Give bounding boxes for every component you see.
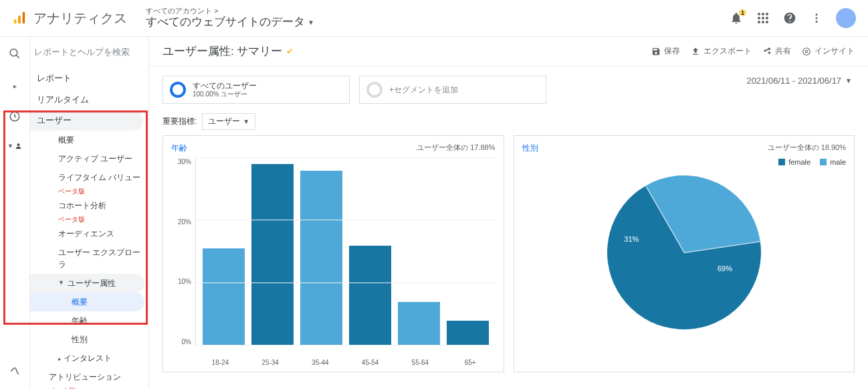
nav-demographics-overview[interactable]: 概要 (30, 293, 144, 311)
pie-chart: 31% 69% (579, 147, 789, 358)
svg-point-10 (762, 21, 764, 23)
svg-point-18 (17, 143, 20, 146)
metric-label: 重要指標: (162, 116, 197, 127)
more-vert-icon[interactable] (809, 11, 824, 25)
svg-rect-0 (14, 19, 17, 23)
export-button[interactable]: エクスポート (691, 46, 752, 57)
nav-overview[interactable]: 概要 (30, 131, 148, 149)
clock-icon[interactable] (7, 109, 22, 124)
insight-button[interactable]: インサイト (802, 46, 855, 57)
beta-label: ベータ版 (30, 215, 148, 224)
brand-name: アナリティクス (33, 9, 127, 27)
icon-rail: ▸ ▼ (0, 37, 30, 389)
user-icon[interactable]: ▼ (7, 139, 22, 153)
card-subtitle: ユーザー全体の 18.90% (768, 143, 846, 154)
nav-ltv[interactable]: ライフタイム バリュー (30, 168, 148, 187)
bar-55-64[interactable] (398, 302, 440, 345)
metric-selector[interactable]: ユーザー ▼ (202, 113, 255, 130)
bar-chart-plot (195, 158, 496, 345)
bar-18-24[interactable] (203, 248, 245, 345)
attribution-icon[interactable] (7, 364, 22, 378)
page-title: ユーザー属性: サマリー ✔ (162, 44, 294, 59)
beta-label: ベータ版 (30, 187, 148, 196)
help-icon[interactable] (782, 11, 797, 25)
sidebar-nav: レポートとヘルプを検索 レポート リアルタイム ユーザー 概要 アクティブ ユー… (30, 37, 149, 389)
chevron-right-icon[interactable]: ▸ (7, 78, 22, 93)
bar-35-44[interactable] (300, 171, 342, 345)
svg-point-11 (766, 21, 768, 23)
notification-badge: 1 (739, 9, 746, 16)
chevron-down-icon: ▼ (845, 77, 852, 84)
verified-badge-icon: ✔ (286, 46, 294, 56)
svg-rect-2 (23, 12, 25, 23)
svg-point-14 (816, 21, 818, 23)
brand-logo[interactable]: アナリティクス (12, 9, 127, 27)
chart-x-axis: 18-2425-3435-4445-5455-6465+ (171, 359, 496, 366)
app-header: アナリティクス すべてのアカウント > すべてのウェブサイトのデータ ▼ 1 (0, 0, 868, 37)
svg-rect-1 (18, 15, 21, 23)
account-selector[interactable]: すべてのアカウント > すべてのウェブサイトのデータ ▼ (146, 7, 314, 29)
svg-point-19 (803, 48, 810, 55)
svg-point-15 (10, 49, 17, 56)
chevron-right-icon: ▸ (58, 356, 62, 362)
segment-add-label: +セグメントを追加 (389, 85, 458, 94)
nav-interest[interactable]: ▸ インタレスト (30, 349, 148, 368)
nav-audience[interactable]: オーディエンス (30, 224, 148, 243)
gender-card: 性別 ユーザー全体の 18.90% female male 31% 69% (514, 135, 855, 372)
segment-circle-icon (170, 82, 186, 98)
account-breadcrumb: すべてのアカウント > (146, 7, 314, 15)
svg-point-8 (766, 17, 768, 19)
date-range-picker[interactable]: 2021/06/11 - 2021/06/17 ▼ (746, 76, 855, 86)
nav-attribution[interactable]: アトリビューション (30, 368, 148, 386)
bar-65+[interactable] (447, 321, 489, 345)
analytics-logo-icon (12, 11, 27, 25)
card-title[interactable]: 年齢 (171, 143, 187, 154)
segment-circle-icon (366, 82, 383, 98)
share-button[interactable]: 共有 (762, 46, 791, 57)
svg-point-13 (816, 17, 818, 19)
nav-user-section[interactable]: ユーザー (30, 110, 143, 131)
svg-point-6 (758, 17, 760, 19)
svg-point-20 (805, 50, 808, 53)
segment-label: すべてのユーザー (193, 81, 257, 90)
nav-demographics[interactable]: ▼ユーザー属性 (30, 274, 144, 293)
legend-swatch-icon (820, 159, 827, 165)
notifications-icon[interactable]: 1 (729, 11, 744, 25)
apps-grid-icon[interactable] (756, 11, 770, 25)
segment-sublabel: 100.00% ユーザー (193, 90, 257, 98)
property-name: すべてのウェブサイトのデータ (146, 15, 305, 29)
svg-line-16 (16, 55, 19, 58)
svg-point-12 (816, 13, 818, 15)
svg-point-9 (758, 21, 760, 23)
pie-label-male: 31% (624, 235, 639, 243)
bar-45-54[interactable] (349, 246, 391, 345)
nav-gender[interactable]: 性別 (30, 330, 148, 349)
pie-label-female: 69% (718, 264, 732, 273)
segment-all-users[interactable]: すべてのユーザー 100.00% ユーザー (162, 76, 350, 104)
nav-realtime[interactable]: リアルタイム (30, 89, 148, 110)
nav-cohort[interactable]: コホート分析 (30, 196, 148, 215)
legend-swatch-icon (778, 159, 785, 165)
card-subtitle: ユーザー全体の 17.88% (417, 143, 495, 154)
pie-legend: female male (778, 158, 846, 166)
save-button[interactable]: 保存 (651, 46, 680, 57)
main-content: ユーザー属性: サマリー ✔ 保存 エクスポート 共有 インサイト すべてのユー… (149, 37, 868, 389)
segment-add[interactable]: +セグメントを追加 (359, 76, 546, 104)
nav-age[interactable]: 年齢 (30, 311, 148, 330)
chevron-down-icon: ▼ (243, 118, 249, 125)
nav-user-explorer[interactable]: ユーザー エクスプローラ (30, 243, 148, 274)
chevron-down-icon: ▼ (58, 279, 64, 288)
nav-reports[interactable]: レポート (30, 68, 148, 89)
user-avatar[interactable] (836, 8, 856, 28)
search-icon[interactable] (7, 46, 22, 61)
beta-label: ベータ版 (30, 386, 148, 389)
search-placeholder[interactable]: レポートとヘルプを検索 (30, 37, 148, 68)
page-toolbar: ユーザー属性: サマリー ✔ 保存 エクスポート 共有 インサイト (149, 37, 868, 66)
chart-y-axis: 30%20%10%0% (171, 158, 195, 345)
bar-25-34[interactable] (251, 164, 294, 345)
svg-point-5 (766, 13, 768, 15)
card-title[interactable]: 性別 (522, 143, 538, 154)
age-card: 年齢 ユーザー全体の 17.88% 30%20%10%0% 18-2425-34… (162, 135, 504, 372)
svg-point-3 (758, 13, 760, 15)
nav-active-users[interactable]: アクティブ ユーザー (30, 149, 148, 168)
